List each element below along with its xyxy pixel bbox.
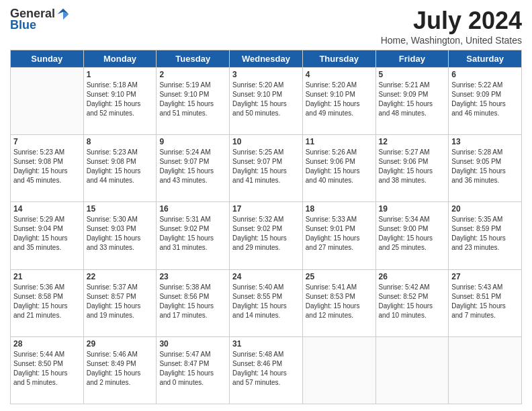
calendar-cell bbox=[449, 336, 522, 404]
calendar-cell: 7Sunrise: 5:23 AMSunset: 9:08 PMDaylight… bbox=[11, 135, 84, 202]
day-info: Sunrise: 5:42 AMSunset: 8:52 PMDaylight:… bbox=[379, 283, 446, 320]
column-header-monday: Monday bbox=[83, 50, 157, 68]
day-info: Sunrise: 5:46 AMSunset: 8:49 PMDaylight:… bbox=[87, 350, 154, 387]
day-number: 10 bbox=[232, 137, 300, 146]
day-number: 23 bbox=[159, 272, 226, 281]
day-info: Sunrise: 5:26 AMSunset: 9:06 PMDaylight:… bbox=[306, 148, 373, 185]
day-info: Sunrise: 5:41 AMSunset: 8:53 PMDaylight:… bbox=[306, 283, 373, 320]
logo-blue: Blue bbox=[10, 18, 36, 32]
day-number: 21 bbox=[13, 272, 81, 281]
column-header-wednesday: Wednesday bbox=[230, 50, 303, 68]
day-info: Sunrise: 5:47 AMSunset: 8:47 PMDaylight:… bbox=[159, 350, 226, 387]
day-info: Sunrise: 5:25 AMSunset: 9:07 PMDaylight:… bbox=[232, 148, 300, 185]
calendar-cell: 5Sunrise: 5:21 AMSunset: 9:09 PMDaylight… bbox=[375, 68, 449, 135]
calendar-cell bbox=[302, 336, 375, 404]
week-row-1: 7Sunrise: 5:23 AMSunset: 9:08 PMDaylight… bbox=[11, 135, 522, 202]
calendar-cell: 26Sunrise: 5:42 AMSunset: 8:52 PMDayligh… bbox=[375, 269, 449, 336]
day-info: Sunrise: 5:48 AMSunset: 8:46 PMDaylight:… bbox=[232, 350, 300, 387]
day-info: Sunrise: 5:27 AMSunset: 9:06 PMDaylight:… bbox=[379, 148, 446, 185]
day-number: 27 bbox=[451, 272, 519, 281]
calendar-cell: 6Sunrise: 5:22 AMSunset: 9:09 PMDaylight… bbox=[449, 68, 522, 135]
column-header-tuesday: Tuesday bbox=[157, 50, 230, 68]
day-number: 24 bbox=[232, 272, 300, 281]
column-header-sunday: Sunday bbox=[11, 50, 84, 68]
day-info: Sunrise: 5:18 AMSunset: 9:10 PMDaylight:… bbox=[87, 81, 154, 118]
calendar: SundayMondayTuesdayWednesdayThursdayFrid… bbox=[10, 50, 522, 404]
calendar-cell: 25Sunrise: 5:41 AMSunset: 8:53 PMDayligh… bbox=[302, 269, 375, 336]
day-info: Sunrise: 5:36 AMSunset: 8:58 PMDaylight:… bbox=[13, 283, 81, 320]
day-number: 7 bbox=[13, 137, 81, 146]
week-row-4: 28Sunrise: 5:44 AMSunset: 8:50 PMDayligh… bbox=[11, 336, 522, 404]
day-info: Sunrise: 5:20 AMSunset: 9:10 PMDaylight:… bbox=[306, 81, 373, 118]
day-number: 29 bbox=[87, 339, 154, 349]
day-number: 17 bbox=[232, 204, 300, 214]
day-number: 16 bbox=[159, 204, 226, 214]
calendar-cell: 22Sunrise: 5:37 AMSunset: 8:57 PMDayligh… bbox=[83, 269, 157, 336]
day-number: 11 bbox=[306, 137, 373, 146]
calendar-cell: 1Sunrise: 5:18 AMSunset: 9:10 PMDaylight… bbox=[83, 68, 157, 135]
day-info: Sunrise: 5:22 AMSunset: 9:09 PMDaylight:… bbox=[451, 81, 519, 118]
day-number: 31 bbox=[232, 339, 300, 349]
day-info: Sunrise: 5:32 AMSunset: 9:02 PMDaylight:… bbox=[232, 215, 300, 253]
location: Home, Washington, United States bbox=[381, 35, 522, 46]
calendar-cell: 28Sunrise: 5:44 AMSunset: 8:50 PMDayligh… bbox=[11, 336, 84, 404]
day-number: 25 bbox=[306, 272, 373, 281]
day-info: Sunrise: 5:29 AMSunset: 9:04 PMDaylight:… bbox=[13, 215, 81, 253]
calendar-cell: 30Sunrise: 5:47 AMSunset: 8:47 PMDayligh… bbox=[157, 336, 230, 404]
calendar-cell: 19Sunrise: 5:34 AMSunset: 9:00 PMDayligh… bbox=[375, 202, 449, 269]
calendar-cell: 8Sunrise: 5:23 AMSunset: 9:08 PMDaylight… bbox=[83, 135, 157, 202]
day-number: 22 bbox=[87, 272, 154, 281]
calendar-header-row: SundayMondayTuesdayWednesdayThursdayFrid… bbox=[11, 50, 522, 68]
day-number: 20 bbox=[451, 204, 519, 214]
calendar-cell: 9Sunrise: 5:24 AMSunset: 9:07 PMDaylight… bbox=[157, 135, 230, 202]
calendar-cell: 31Sunrise: 5:48 AMSunset: 8:46 PMDayligh… bbox=[230, 336, 303, 404]
column-header-friday: Friday bbox=[375, 50, 449, 68]
day-info: Sunrise: 5:38 AMSunset: 8:56 PMDaylight:… bbox=[159, 283, 226, 320]
calendar-cell bbox=[11, 68, 84, 135]
day-number: 13 bbox=[451, 137, 519, 146]
logo-icon bbox=[56, 7, 70, 21]
day-info: Sunrise: 5:28 AMSunset: 9:05 PMDaylight:… bbox=[451, 148, 519, 185]
calendar-cell: 4Sunrise: 5:20 AMSunset: 9:10 PMDaylight… bbox=[302, 68, 375, 135]
day-info: Sunrise: 5:24 AMSunset: 9:07 PMDaylight:… bbox=[159, 148, 226, 185]
calendar-cell: 11Sunrise: 5:26 AMSunset: 9:06 PMDayligh… bbox=[302, 135, 375, 202]
calendar-cell: 27Sunrise: 5:43 AMSunset: 8:51 PMDayligh… bbox=[449, 269, 522, 336]
day-number: 18 bbox=[306, 204, 373, 214]
header: General Blue July 2024 Home, Washington,… bbox=[10, 7, 522, 46]
calendar-cell: 16Sunrise: 5:31 AMSunset: 9:02 PMDayligh… bbox=[157, 202, 230, 269]
calendar-cell: 12Sunrise: 5:27 AMSunset: 9:06 PMDayligh… bbox=[375, 135, 449, 202]
day-info: Sunrise: 5:35 AMSunset: 8:59 PMDaylight:… bbox=[451, 215, 519, 253]
calendar-cell: 15Sunrise: 5:30 AMSunset: 9:03 PMDayligh… bbox=[83, 202, 157, 269]
day-info: Sunrise: 5:31 AMSunset: 9:02 PMDaylight:… bbox=[159, 215, 226, 253]
day-info: Sunrise: 5:44 AMSunset: 8:50 PMDaylight:… bbox=[13, 350, 81, 387]
day-number: 26 bbox=[379, 272, 446, 281]
day-number: 4 bbox=[306, 70, 373, 79]
week-row-0: 1Sunrise: 5:18 AMSunset: 9:10 PMDaylight… bbox=[11, 68, 522, 135]
day-number: 28 bbox=[13, 339, 81, 349]
calendar-cell: 29Sunrise: 5:46 AMSunset: 8:49 PMDayligh… bbox=[83, 336, 157, 404]
day-info: Sunrise: 5:40 AMSunset: 8:55 PMDaylight:… bbox=[232, 283, 300, 320]
day-info: Sunrise: 5:20 AMSunset: 9:10 PMDaylight:… bbox=[232, 81, 300, 118]
day-number: 9 bbox=[159, 137, 226, 146]
day-info: Sunrise: 5:33 AMSunset: 9:01 PMDaylight:… bbox=[306, 215, 373, 253]
day-info: Sunrise: 5:30 AMSunset: 9:03 PMDaylight:… bbox=[87, 215, 154, 253]
column-header-saturday: Saturday bbox=[449, 50, 522, 68]
calendar-cell: 3Sunrise: 5:20 AMSunset: 9:10 PMDaylight… bbox=[230, 68, 303, 135]
logo: General Blue bbox=[10, 7, 70, 32]
calendar-cell: 13Sunrise: 5:28 AMSunset: 9:05 PMDayligh… bbox=[449, 135, 522, 202]
day-info: Sunrise: 5:43 AMSunset: 8:51 PMDaylight:… bbox=[451, 283, 519, 320]
column-header-thursday: Thursday bbox=[302, 50, 375, 68]
calendar-cell: 14Sunrise: 5:29 AMSunset: 9:04 PMDayligh… bbox=[11, 202, 84, 269]
day-info: Sunrise: 5:23 AMSunset: 9:08 PMDaylight:… bbox=[87, 148, 154, 185]
calendar-cell: 20Sunrise: 5:35 AMSunset: 8:59 PMDayligh… bbox=[449, 202, 522, 269]
day-info: Sunrise: 5:34 AMSunset: 9:00 PMDaylight:… bbox=[379, 215, 446, 253]
page: General Blue July 2024 Home, Washington,… bbox=[0, 0, 532, 411]
day-number: 15 bbox=[87, 204, 154, 214]
day-number: 12 bbox=[379, 137, 446, 146]
week-row-2: 14Sunrise: 5:29 AMSunset: 9:04 PMDayligh… bbox=[11, 202, 522, 269]
month-year: July 2024 bbox=[381, 7, 522, 35]
week-row-3: 21Sunrise: 5:36 AMSunset: 8:58 PMDayligh… bbox=[11, 269, 522, 336]
day-number: 19 bbox=[379, 204, 446, 214]
day-number: 3 bbox=[232, 70, 300, 79]
calendar-cell: 17Sunrise: 5:32 AMSunset: 9:02 PMDayligh… bbox=[230, 202, 303, 269]
